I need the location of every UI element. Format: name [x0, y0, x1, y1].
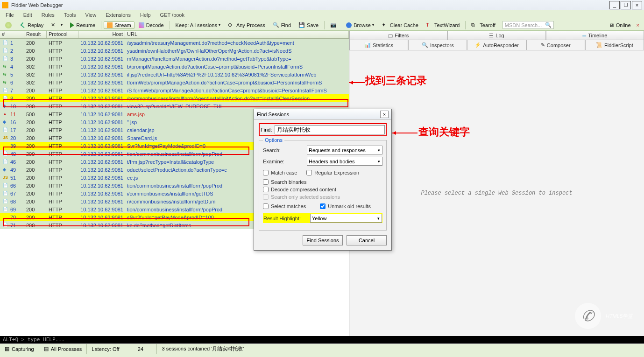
- stream-button[interactable]: Stream: [104, 21, 134, 29]
- maximize-button[interactable]: ☐: [621, 1, 631, 9]
- search-select[interactable]: Requests and responses: [307, 146, 382, 154]
- online-indicator: 🖥Online×: [609, 22, 642, 28]
- dialog-titlebar[interactable]: Find Sessions ×: [254, 109, 391, 119]
- tab-log[interactable]: ☰Log: [447, 31, 545, 40]
- menu-view[interactable]: View: [82, 12, 100, 18]
- msdn-search-input[interactable]: MSDN Search...🔍: [502, 21, 554, 29]
- statusbar: ▦Capturing ▤All Processes Latency: Off 2…: [0, 343, 644, 354]
- tab-filters[interactable]: ▢Filters: [349, 31, 447, 40]
- col-result[interactable]: Result: [24, 31, 47, 38]
- remove-icon: ✕: [51, 22, 57, 28]
- keep-button[interactable]: Keep: All sessions▾: [172, 21, 224, 29]
- unmark-checkbox[interactable]: Unmark old results: [320, 203, 371, 209]
- col-url[interactable]: URL: [125, 31, 349, 38]
- camera-icon: 📷: [330, 22, 337, 28]
- close-button[interactable]: ×: [632, 1, 642, 9]
- toolbar: Replay ✕▾ Resume Stream Decode Keep: All…: [0, 20, 644, 31]
- decode-button[interactable]: Decode: [135, 21, 167, 29]
- clearcache-button[interactable]: ✦Clear Cache: [378, 21, 422, 29]
- cancel-button[interactable]: Cancel: [347, 235, 387, 245]
- menu-file[interactable]: File: [2, 12, 18, 18]
- minimize-button[interactable]: _: [609, 1, 620, 9]
- session-row[interactable]: 📄2200HTTP10.132.10.62:9081ysadmin/ownHal…: [0, 47, 349, 55]
- save-icon: 💾: [298, 22, 305, 28]
- status-capturing[interactable]: ▦Capturing: [0, 344, 39, 354]
- anyprocess-button[interactable]: ⊕Any Process: [225, 21, 269, 29]
- searchbin-checkbox[interactable]: Search binaries: [263, 179, 382, 185]
- examine-select[interactable]: Headers and bodies: [307, 157, 382, 166]
- session-type-icon: 📄: [3, 96, 9, 101]
- session-row[interactable]: ⇆6302HTTP10.132.10.62:9081tformWeb/promp…: [0, 78, 349, 86]
- inspect-placeholder: Please select a single Web Session to in…: [349, 50, 644, 336]
- filters-icon: ▢: [388, 33, 393, 39]
- inspectors-icon: 🔍: [422, 42, 428, 48]
- find-button[interactable]: 🔍Find: [269, 21, 294, 29]
- toolbar-close-button[interactable]: ×: [637, 22, 639, 28]
- menu-extensions[interactable]: Extensions: [102, 12, 134, 18]
- tab-timeline[interactable]: ═Timeline: [546, 31, 644, 40]
- session-row[interactable]: 📄1200HTTP10.132.10.62:9081/sysadmin/trea…: [0, 39, 349, 47]
- session-type-icon: ▲: [3, 112, 9, 117]
- col-host[interactable]: Host: [78, 31, 125, 38]
- tabs-row1: ▢Filters ☰Log ═Timeline: [349, 31, 644, 40]
- session-type-icon: ◈: [3, 119, 9, 125]
- find-icon: 🔍: [273, 22, 279, 28]
- search-label: Search:: [263, 147, 303, 153]
- session-type-icon: 📄: [3, 223, 9, 228]
- resulthl-select[interactable]: Yellow: [310, 214, 382, 223]
- session-type-icon: 📄: [3, 40, 9, 46]
- col-protocol[interactable]: Protocol: [47, 31, 78, 38]
- remove-button[interactable]: ✕▾: [48, 21, 66, 29]
- session-type-icon: 📄: [3, 199, 9, 204]
- tab-composer[interactable]: ✎Composer: [526, 40, 585, 50]
- find-sessions-button[interactable]: Find Sessions: [303, 235, 343, 245]
- screenshot-button[interactable]: 📷: [327, 21, 342, 29]
- status-latency[interactable]: Latency: Off: [87, 344, 124, 354]
- session-type-icon: ◈: [3, 104, 9, 109]
- menubar: File Edit Rules Tools View Extensions He…: [0, 10, 644, 20]
- session-row[interactable]: 📄3200HTTP10.132.10.62:9081mManager/funcI…: [0, 55, 349, 63]
- selectmatches-checkbox[interactable]: Select matches: [263, 203, 306, 209]
- menu-help[interactable]: Help: [136, 12, 155, 18]
- col-number[interactable]: #: [0, 31, 24, 38]
- menu-tools[interactable]: Tools: [60, 12, 80, 18]
- resume-button[interactable]: Resume: [67, 21, 99, 29]
- session-row[interactable]: ⇆5302HTTP10.132.10.62:9081il.jsp?redirec…: [0, 70, 349, 78]
- session-type-icon: [3, 143, 9, 149]
- find-input[interactable]: [275, 125, 385, 134]
- regex-checkbox[interactable]: Regular Expression: [306, 170, 359, 175]
- tab-fiddlerscript[interactable]: 📜FiddlerScript: [585, 40, 644, 50]
- replay-button[interactable]: Replay: [18, 21, 47, 29]
- textwizard-button[interactable]: TTextWizard: [423, 21, 463, 29]
- status-count: 24: [124, 344, 157, 354]
- session-row[interactable]: 📄7200HTTP10.132.10.62:9081/S formWeb/pro…: [0, 86, 349, 94]
- autoresponder-icon: ⚡: [474, 42, 481, 48]
- comment-icon: [5, 22, 12, 28]
- menu-edit[interactable]: Edit: [20, 12, 36, 18]
- app-icon: [2, 2, 8, 8]
- decode-icon: [139, 22, 144, 28]
- session-row[interactable]: ⇆4302HTTP10.132.10.62:9081b/promptManage…: [0, 63, 349, 70]
- log-icon: ☰: [489, 33, 494, 39]
- browse-button[interactable]: Browse▾: [343, 21, 377, 29]
- menu-rules[interactable]: Rules: [38, 12, 58, 18]
- save-button[interactable]: 💾Save: [295, 21, 322, 29]
- dialog-title: Find Sessions: [257, 112, 289, 117]
- tab-autoresponder[interactable]: ⚡AutoResponder: [467, 40, 526, 50]
- svg-marker-1: [349, 81, 353, 84]
- quickexec-bar[interactable]: ALT+Q > type HELP...: [0, 336, 644, 343]
- tearoff-button[interactable]: ⧉Tearoff: [468, 21, 498, 29]
- status-processes[interactable]: ▤All Processes: [39, 344, 87, 354]
- tab-statistics[interactable]: 📊Statistics: [349, 40, 408, 50]
- composer-icon: ✎: [541, 42, 545, 48]
- decode-checkbox[interactable]: Decode compressed content: [263, 187, 382, 192]
- menu-getbook[interactable]: GET /book: [156, 12, 188, 18]
- tab-inspectors[interactable]: 🔍Inspectors: [408, 40, 467, 50]
- session-type-icon: ⇆: [3, 72, 9, 77]
- matchcase-checkbox[interactable]: Match case: [263, 170, 297, 175]
- dialog-close-button[interactable]: ×: [380, 111, 389, 118]
- session-type-icon: JS: [3, 175, 9, 181]
- comment-button[interactable]: [2, 21, 17, 29]
- arrow-keyword: [392, 130, 418, 136]
- session-row[interactable]: 📄8200HTTP10.132.10.62:9081/commonbusines…: [0, 94, 349, 102]
